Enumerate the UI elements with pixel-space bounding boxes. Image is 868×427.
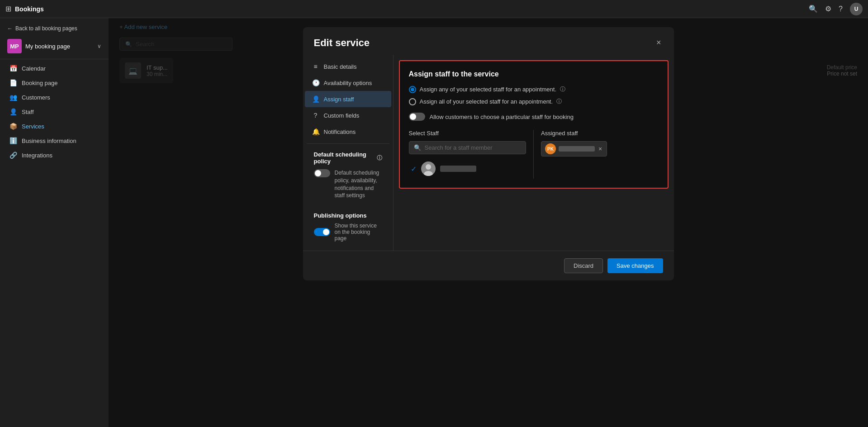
radio-any-circle <box>409 86 416 93</box>
modal-footer: Discard Save changes <box>303 251 674 280</box>
modal-nav: ≡ Basic details 🕐 Availability options 👤… <box>303 55 394 251</box>
assign-staff-icon: 👤 <box>312 95 319 103</box>
custom-fields-icon: ? <box>312 112 319 119</box>
staff-avatar <box>421 161 436 176</box>
chevron-down-icon: ∨ <box>97 43 101 49</box>
sidebar-item-calendar[interactable]: 📅 Calendar <box>2 61 107 76</box>
assign-staff-title: Assign staff to the service <box>409 70 659 78</box>
policy-section: Default scheduling policy ⓘ Default sche… <box>307 143 389 207</box>
option-all-info-icon[interactable]: ⓘ <box>556 98 562 105</box>
calendar-icon: 📅 <box>9 65 17 72</box>
availability-icon: 🕐 <box>312 79 319 86</box>
nav-item-assign-staff[interactable]: 👤 Assign staff <box>305 91 391 107</box>
remove-assigned-staff-button[interactable]: × <box>598 145 603 152</box>
main-layout: ← Back to all booking pages MP My bookin… <box>0 0 868 427</box>
customers-icon: 👥 <box>9 94 17 101</box>
booking-avatar: MP <box>7 39 22 53</box>
discard-button[interactable]: Discard <box>564 258 603 273</box>
user-avatar[interactable]: U <box>850 3 863 15</box>
sidebar-item-booking-page[interactable]: 📄 Booking page <box>2 76 107 90</box>
nav-item-notifications[interactable]: 🔔 Notifications <box>305 123 391 140</box>
select-staff-label: Select Staff <box>409 130 526 137</box>
modal-body: ≡ Basic details 🕐 Availability options 👤… <box>303 55 674 251</box>
booking-page-name: My booking page <box>25 43 94 50</box>
allow-choose-toggle[interactable] <box>409 113 425 121</box>
publishing-section: Publishing options Show this service on … <box>307 207 389 247</box>
nav-item-availability-options[interactable]: 🕐 Availability options <box>305 75 391 91</box>
notifications-icon: 🔔 <box>312 128 319 135</box>
modal-backdrop: Edit service × ≡ Basic details 🕐 Availab… <box>109 18 868 427</box>
policy-header: Default scheduling policy ⓘ <box>314 151 382 165</box>
policy-row: Default scheduling policy, availability,… <box>314 169 382 199</box>
nav-item-basic-details[interactable]: ≡ Basic details <box>305 58 391 75</box>
settings-icon[interactable]: ⚙ <box>825 5 831 13</box>
select-staff-column: Select Staff 🔍 ✓ <box>409 130 534 179</box>
save-changes-button[interactable]: Save changes <box>607 258 663 273</box>
assigned-avatar: PK <box>545 143 556 154</box>
sidebar-item-customers[interactable]: 👥 Customers <box>2 90 107 104</box>
publishing-toggle[interactable] <box>314 228 330 236</box>
modal-header: Edit service × <box>303 27 674 49</box>
radio-all-staff[interactable]: Assign all of your selected staff for an… <box>409 98 659 105</box>
edit-service-modal: Edit service × ≡ Basic details 🕐 Availab… <box>303 27 674 280</box>
staff-search-input[interactable] <box>425 144 522 151</box>
sidebar-back-link[interactable]: ← Back to all booking pages <box>0 22 109 35</box>
staff-search-icon: 🔍 <box>414 144 421 151</box>
help-icon[interactable]: ? <box>839 5 843 13</box>
business-icon: ℹ️ <box>9 137 17 144</box>
staff-list-item[interactable]: ✓ <box>409 159 526 179</box>
publishing-header: Publishing options <box>314 212 382 219</box>
grid-icon[interactable]: ⊞ <box>5 5 11 13</box>
content-area: + Add new service 🔍 Search 💻 IT sup... 3… <box>109 18 868 427</box>
staff-name-blurred <box>440 166 476 172</box>
booking-page-icon: 📄 <box>9 79 17 86</box>
sidebar-item-integrations[interactable]: 🔗 Integrations <box>2 148 107 162</box>
publishing-row: Show this service on the booking page <box>314 223 382 242</box>
topbar-left: ⊞ Bookings <box>5 5 809 13</box>
sidebar-item-services[interactable]: 📦 Services <box>2 119 107 133</box>
modal-main-content: Assign staff to the service Assign any o… <box>394 55 674 251</box>
policy-info-icon[interactable]: ⓘ <box>377 154 382 162</box>
basic-details-icon: ≡ <box>312 63 319 70</box>
search-icon[interactable]: 🔍 <box>809 5 818 13</box>
booking-page-header[interactable]: MP My booking page ∨ <box>0 35 109 59</box>
staff-icon: 👤 <box>9 108 17 115</box>
assigned-staff-column: Assigned staff PK × <box>534 130 659 179</box>
staff-search-box[interactable]: 🔍 <box>409 141 526 154</box>
radio-any-staff[interactable]: Assign any of your selected staff for an… <box>409 85 659 93</box>
integrations-icon: 🔗 <box>9 152 17 159</box>
back-arrow-icon: ← <box>7 25 13 32</box>
app-title: Bookings <box>15 5 44 13</box>
assigned-name-blurred <box>559 146 595 152</box>
assigned-staff-label: Assigned staff <box>541 130 659 137</box>
svg-point-1 <box>426 164 431 170</box>
radio-group: Assign any of your selected staff for an… <box>409 85 659 105</box>
staff-check-icon: ✓ <box>411 165 417 173</box>
assign-staff-panel: Assign staff to the service Assign any o… <box>399 60 669 189</box>
modal-close-button[interactable]: × <box>655 36 663 49</box>
radio-all-circle <box>409 98 416 105</box>
services-icon: 📦 <box>9 123 17 130</box>
modal-title: Edit service <box>314 37 370 49</box>
staff-columns: Select Staff 🔍 ✓ <box>409 130 659 179</box>
topbar-right: 🔍 ⚙ ? U <box>809 3 863 15</box>
policy-toggle[interactable] <box>314 169 330 177</box>
nav-item-custom-fields[interactable]: ? Custom fields <box>305 107 391 123</box>
allow-choose-row: Allow customers to choose a particular s… <box>409 113 659 121</box>
topbar: ⊞ Bookings 🔍 ⚙ ? U <box>0 0 868 18</box>
sidebar-item-business-information[interactable]: ℹ️ Business information <box>2 133 107 148</box>
assigned-staff-chip: PK × <box>541 141 607 157</box>
sidebar: ← Back to all booking pages MP My bookin… <box>0 18 109 427</box>
option-any-info-icon[interactable]: ⓘ <box>560 85 565 93</box>
sidebar-item-staff[interactable]: 👤 Staff <box>2 104 107 119</box>
